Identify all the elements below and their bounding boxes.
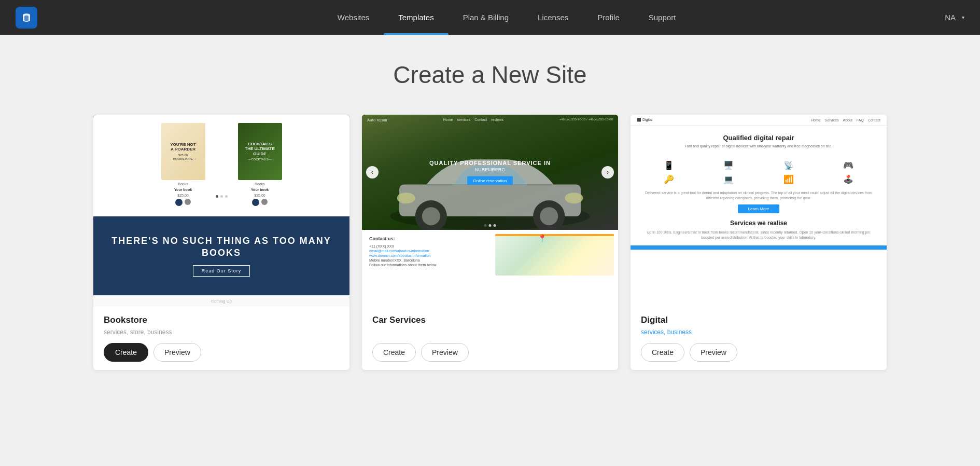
- digital-icon-gamepad: 🎮: [821, 160, 877, 170]
- nav-links: Websites Templates Plan & Billing Licens…: [68, 0, 945, 35]
- car-mobile-line: Mobile number/XXX, Barcelona: [369, 258, 488, 262]
- digital-services-sub: Up to 100 skills. Engineers that to trac…: [631, 230, 887, 240]
- circle-3: [252, 199, 259, 206]
- car-dot-3: [494, 224, 496, 227]
- digital-preview: ⬛ Digital Home Services About FAQ Contac…: [631, 115, 887, 307]
- car-title: Car Services: [372, 315, 608, 325]
- digital-icon-tablet: 💻: [701, 174, 757, 184]
- book-sublabel-1: Your book: [174, 188, 192, 191]
- digital-nav-home: Home: [811, 118, 821, 122]
- svg-point-6: [540, 207, 558, 225]
- digital-card-footer: Digital services, business Create Previe…: [631, 307, 887, 370]
- template-card-digital: ⬛ Digital Home Services About FAQ Contac…: [631, 115, 887, 370]
- book-label-2: Books: [255, 182, 264, 186]
- car-quality-title: QUALITY PROFESSIONAL SERVICE IN: [429, 160, 551, 166]
- bookstore-read-btn[interactable]: Read Our Story: [193, 265, 250, 277]
- digital-icon-controller: 🕹️: [821, 174, 877, 184]
- navigation: Websites Templates Plan & Billing Licens…: [0, 0, 980, 35]
- digital-nav-services: Services: [825, 118, 839, 122]
- car-website-line: www.domain.com/aboutus-information: [369, 254, 488, 257]
- bookstore-title: Bookstore: [104, 315, 339, 325]
- template-grid: YOU'RE NOTA HOARDER$25.00—BOOKSTORE— Boo…: [93, 115, 887, 370]
- digital-icon-signal: 📶: [761, 174, 817, 184]
- book-cover-1: YOU'RE NOTA HOARDER$25.00—BOOKSTORE—: [161, 123, 205, 180]
- digital-title: Digital: [641, 315, 876, 325]
- bookstore-create-button[interactable]: Create: [104, 343, 148, 362]
- car-contact-info: Contact us: +11 (XXX) XXX email@mail.com…: [362, 230, 495, 274]
- page-title: Create a New Site: [16, 61, 964, 89]
- digital-preview-button[interactable]: Preview: [690, 343, 737, 362]
- bookstore-coming-up: Coming Up: [93, 295, 349, 307]
- car-nav-mini: Auto repair Home services Contact review…: [362, 118, 618, 122]
- digital-create-button[interactable]: Create: [641, 343, 684, 362]
- circle-4: [261, 199, 268, 205]
- nav-item-licenses[interactable]: Licenses: [523, 0, 583, 35]
- book-price-1: $25.00: [177, 194, 188, 197]
- car-dot-1: [484, 224, 487, 227]
- digital-icon-monitor: 🖥️: [701, 160, 757, 170]
- car-nav-services: services: [457, 118, 470, 122]
- map-road-h2: [495, 234, 614, 236]
- template-card-car-services: Auto repair Home services Contact review…: [362, 115, 618, 370]
- bookstore-preview: YOU'RE NOTA HOARDER$25.00—BOOKSTORE— Boo…: [93, 115, 349, 307]
- car-email-line: email@mail.com/aboutus-information: [369, 249, 488, 253]
- car-arrow-left[interactable]: ‹: [366, 166, 379, 179]
- car-arrow-right[interactable]: ›: [601, 166, 614, 179]
- main-content: Create a New Site YOU'RE NOTA HOARDER$25…: [0, 35, 980, 391]
- book-cover-2: COCKTAILSTHE ULTIMATEGUIDE—COCKTAILS—: [238, 123, 282, 180]
- digital-learn-btn[interactable]: Learn More: [738, 204, 780, 213]
- svg-point-8: [565, 193, 583, 203]
- nav-item-websites[interactable]: Websites: [323, 0, 384, 35]
- book-label-1: Books: [178, 182, 188, 186]
- nav-item-profile[interactable]: Profile: [583, 0, 634, 35]
- book-price-2: $25.00: [254, 194, 265, 197]
- digital-nav-links: Home Services About FAQ Contact: [811, 118, 880, 122]
- car-tags: [372, 328, 608, 336]
- car-contact-title: Contact us:: [369, 236, 488, 241]
- book-circles-1: [175, 199, 191, 206]
- digital-actions: Create Preview: [641, 343, 876, 362]
- book-item-1: YOU'RE NOTA HOARDER$25.00—BOOKSTORE— Boo…: [161, 123, 205, 206]
- bookstore-preview-button[interactable]: Preview: [153, 343, 201, 362]
- car-nav-links-mini: Home services Contact reviews: [443, 118, 503, 122]
- digital-hero: Qualified digital repair Fast and qualit…: [631, 126, 887, 154]
- digital-services-title: Services we realise: [631, 220, 887, 230]
- digital-desc: Delivered service is a great tool for de…: [631, 190, 887, 205]
- car-image: Auto repair Home services Contact review…: [362, 115, 618, 230]
- book-nav-dots: [216, 195, 228, 198]
- digital-preview-wrapper: ⬛ Digital Home Services About FAQ Contac…: [631, 115, 887, 307]
- digital-hero-title: Qualified digital repair: [641, 134, 876, 142]
- chevron-down-icon: ▾: [962, 15, 964, 20]
- svg-point-4: [422, 207, 440, 225]
- bookstore-card-footer: Bookstore services, store, business Crea…: [93, 307, 349, 370]
- nav-item-plan-billing[interactable]: Plan & Billing: [449, 0, 523, 35]
- nav-item-templates[interactable]: Templates: [384, 0, 448, 35]
- car-preview: Auto repair Home services Contact review…: [362, 115, 618, 307]
- user-region-label: NA: [945, 13, 956, 22]
- car-create-button[interactable]: Create: [372, 343, 416, 362]
- digital-nav-mini: ⬛ Digital Home Services About FAQ Contac…: [631, 115, 887, 126]
- car-preview-button[interactable]: Preview: [421, 343, 469, 362]
- car-nav-contact: Contact: [474, 118, 487, 122]
- car-follow-line: Follow our informations about them below: [369, 263, 488, 267]
- digital-icon-phone: 📱: [641, 160, 697, 170]
- car-text-overlay: QUALITY PROFESSIONAL SERVICE IN NUREMBER…: [429, 160, 551, 185]
- car-top: Auto repair Home services Contact review…: [362, 115, 618, 230]
- circle-2: [185, 199, 191, 205]
- digital-hero-sub: Fast and quality repair of digital devic…: [641, 144, 876, 149]
- digital-nav-faq: FAQ: [857, 118, 864, 122]
- logo[interactable]: [16, 7, 37, 29]
- digital-icon-key: 🔑: [641, 174, 697, 184]
- car-reservation-btn[interactable]: Online reservation: [467, 176, 513, 185]
- car-dot-2: [489, 224, 492, 227]
- map-pin: 📍: [538, 234, 547, 242]
- car-map: 📍: [495, 234, 614, 276]
- digital-icons-grid: 📱 🖥️ 📡 🎮 🔑 💻 📶 🕹️: [631, 154, 887, 190]
- car-card-footer: Car Services Create Preview: [362, 307, 618, 370]
- template-card-bookstore: YOU'RE NOTA HOARDER$25.00—BOOKSTORE— Boo…: [93, 115, 349, 370]
- nav-item-support[interactable]: Support: [634, 0, 691, 35]
- user-region-menu[interactable]: NA ▾: [945, 13, 964, 22]
- digital-nav-about: About: [843, 118, 852, 122]
- digital-nav-contact: Contact: [868, 118, 880, 122]
- dot-3: [225, 195, 228, 198]
